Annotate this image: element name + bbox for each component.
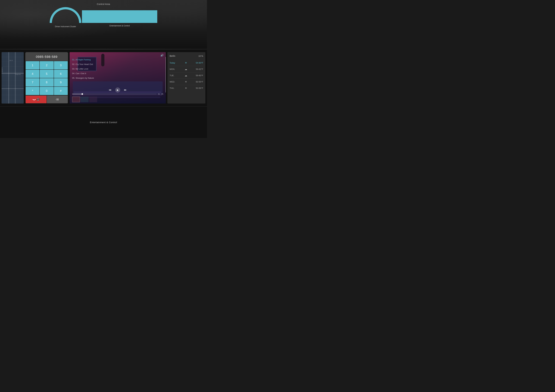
temp-tue: 56-60°F [196, 74, 203, 77]
key-6[interactable]: 6 [54, 70, 68, 78]
play-button[interactable]: ▶ [115, 87, 120, 93]
road-horizontal-2 [2, 88, 24, 89]
progress-bar[interactable] [72, 94, 157, 94]
middle-section: Bartlett St 25th St Osage Ave 0985-598-5… [0, 49, 207, 106]
playlist-item-1[interactable]: 01. All Night Parking [72, 57, 163, 62]
key-8[interactable]: 8 [40, 78, 53, 86]
weather-row-thu: THU. ☀ 50-56°F [170, 85, 203, 91]
prev-button[interactable]: ⏮ [108, 88, 112, 92]
temp-wed: 50-55°F [196, 81, 203, 83]
music-header: 🔊 [70, 52, 166, 57]
progress-bar-container: 01 : 05 [72, 93, 163, 95]
phone-display: 0985-598-589 [25, 52, 68, 61]
humidity: 10 % [198, 55, 203, 57]
road-vertical-2 [15, 52, 16, 104]
weather-row-wed: WED. ☀ 50-55°F [170, 79, 203, 85]
delete-button[interactable]: ⌫ [47, 96, 68, 103]
key-3[interactable]: 3 [54, 61, 68, 69]
bottom-label: Entertainment & Control [90, 121, 117, 124]
city-name: Berlin [170, 55, 175, 57]
playlist: 01. All Night Parking 02. Cry Your Heart… [70, 57, 166, 86]
key-5[interactable]: 5 [40, 70, 53, 78]
weather-row-tue: TUE. ☁ 56-60°F [170, 72, 203, 79]
instrument-cluster-diagram: Driver Instrument Cluster [50, 7, 81, 28]
weather-icon-today: ☀ [185, 61, 187, 64]
weather-row-mon: MON. ☁ 56-62°F [170, 66, 203, 72]
day-label-today: Today [170, 62, 176, 64]
weather-icon-thu: ☀ [185, 87, 187, 90]
key-star[interactable]: * [26, 87, 39, 95]
music-controls: ⏮ ▶ ⏭ 01 : 05 [70, 86, 166, 96]
playlist-item-4[interactable]: 04. Can I Get It [72, 71, 163, 76]
music-overlay: 🔊 01. All Night Parking 02. Cry Your Hea… [70, 52, 166, 104]
key-1[interactable]: 1 [26, 61, 39, 69]
thumb-2[interactable] [81, 97, 89, 102]
control-area-label: Control Area [97, 3, 110, 5]
phone-number: 0985-598-589 [27, 55, 66, 59]
street-label-2: 25th St [9, 60, 13, 61]
street-label-1: Bartlett St [2, 67, 2, 72]
next-button[interactable]: ⏭ [124, 88, 127, 92]
entertainment-block-diagram: Entertainment & Control [82, 10, 157, 23]
progress-fill [72, 94, 82, 94]
day-label-thu: THU. [170, 87, 176, 89]
key-0[interactable]: 0 [40, 87, 53, 95]
phone-panel: 0985-598-589 1 2 3 4 5 6 7 8 9 * 0 # 📵 ⌫ [25, 52, 68, 104]
hangup-icon: 📵 [36, 98, 40, 101]
top-section: Control Area Driver Instrument Cluster E… [0, 0, 207, 49]
volume-icon[interactable]: 🔊 [161, 54, 164, 57]
road-vertical-1 [8, 52, 9, 104]
thumb-1[interactable] [72, 97, 80, 102]
weather-panel: Berlin 10 % Today ☀ 54-60°F MON. ☁ 56-62… [167, 52, 205, 104]
cluster-label: Driver Instrument Cluster [55, 25, 76, 28]
bottom-section: Entertainment & Control [0, 106, 207, 138]
diagram-container: Driver Instrument Cluster Entertainment … [50, 7, 157, 28]
key-9[interactable]: 9 [54, 78, 68, 86]
time-label: 01 : 05 [158, 93, 163, 95]
key-4[interactable]: 4 [26, 70, 39, 78]
weather-icon-mon: ☁ [185, 68, 187, 71]
playlist-item-3[interactable]: 03. My Little Love [72, 67, 163, 71]
weather-row-today: Today ☀ 54-60°F [170, 60, 203, 66]
temp-today: 54-60°F [196, 62, 203, 64]
map-panel: Bartlett St 25th St Osage Ave [2, 52, 24, 104]
key-7[interactable]: 7 [26, 78, 39, 86]
temp-thu: 50-56°F [196, 87, 203, 89]
temp-mon: 56-62°F [196, 68, 203, 70]
street-label-3: Osage Ave [15, 74, 21, 75]
map-background: Bartlett St 25th St Osage Ave [2, 52, 24, 104]
progress-thumb [81, 93, 83, 95]
playlist-item-5[interactable]: 05. Strangers by Nature [72, 76, 163, 80]
weather-icon-wed: ☀ [185, 80, 187, 83]
day-label-mon: MON. [170, 68, 176, 70]
keypad-grid: 1 2 3 4 5 6 7 8 9 * 0 # [25, 61, 68, 95]
thumbnail-strip [70, 96, 166, 104]
weather-header: Berlin 10 % [170, 55, 203, 57]
day-label-tue: TUE. [170, 74, 176, 77]
music-panel: 🔊 01. All Night Parking 02. Cry Your Hea… [70, 52, 166, 104]
thumb-3[interactable] [89, 97, 97, 102]
playlist-item-2[interactable]: 02. Cry Your Heart Out [72, 62, 163, 67]
control-buttons: ⏮ ▶ ⏭ [72, 87, 163, 93]
phone-actions: 📵 ⌫ [25, 95, 68, 104]
delete-icon: ⌫ [56, 98, 59, 101]
day-label-wed: WED. [170, 81, 176, 83]
key-hash[interactable]: # [54, 87, 68, 95]
key-2[interactable]: 2 [40, 61, 53, 69]
hangup-button[interactable]: 📵 [26, 96, 46, 103]
weather-icon-tue: ☁ [185, 74, 187, 77]
entertainment-label: Entertainment & Control [110, 25, 130, 27]
semicircle-shape [50, 7, 81, 23]
